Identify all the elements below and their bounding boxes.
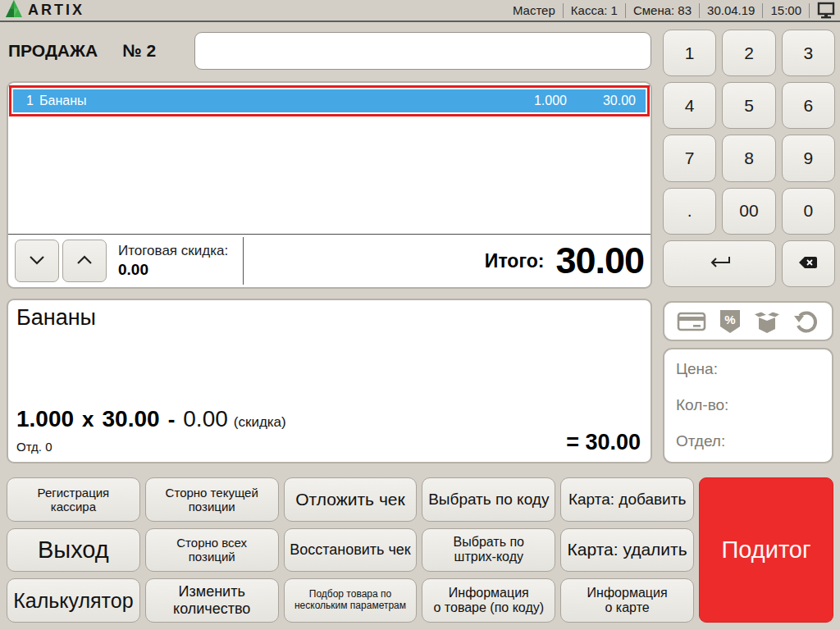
action-calculator[interactable]: Калькулятор xyxy=(7,578,140,623)
action-card-info[interactable]: Информация о карте xyxy=(560,578,694,623)
monitor-icon xyxy=(817,2,835,20)
detail-line-total: = 30.00 xyxy=(566,430,641,455)
total-discount-block: Итоговая скидка: 0.00 xyxy=(118,243,241,279)
divider xyxy=(625,3,626,18)
price-label: Цена: xyxy=(676,360,820,396)
divider xyxy=(699,3,700,18)
action-hold-receipt[interactable]: Отложить чек xyxy=(284,477,418,522)
total-discount-label: Итоговая скидка: xyxy=(118,243,241,259)
item-index: 1 xyxy=(13,94,39,108)
numpad-key-5[interactable]: 5 xyxy=(722,82,775,129)
item-name: Бананы xyxy=(39,94,501,108)
action-register-cashier[interactable]: Регистрация кассира xyxy=(7,477,140,522)
numpad-key-6[interactable]: 6 xyxy=(782,82,835,129)
numpad-key-7[interactable]: 7 xyxy=(663,135,716,181)
brand-name: ARTIX xyxy=(28,2,84,19)
action-void-all-lines[interactable]: Сторно всех позиций xyxy=(145,528,279,573)
receipt-item-row[interactable]: 1 Бананы 1.000 30.00 xyxy=(13,89,646,112)
entry-info-panel: Цена: Кол-во: Отдел: xyxy=(663,348,833,463)
action-product-info-by-code[interactable]: Информация о товаре (по коду) xyxy=(422,578,555,623)
department-label: Отдел: xyxy=(676,432,820,468)
backspace-icon xyxy=(798,253,818,273)
detail-department: Отд. 0 xyxy=(16,440,52,454)
receipt-footer: Итоговая скидка: 0.00 Итого: 30.00 xyxy=(8,234,651,287)
receipt-total-label: Итого: xyxy=(485,250,545,272)
divider xyxy=(762,3,763,18)
shift-number: Смена: 83 xyxy=(633,3,692,17)
numpad-key-8[interactable]: 8 xyxy=(722,135,775,181)
enter-arrow-icon xyxy=(705,253,733,273)
action-restore-receipt[interactable]: Восстановить чек xyxy=(284,528,418,573)
numpad-key-2[interactable]: 2 xyxy=(722,30,775,76)
numpad-enter-key[interactable] xyxy=(663,240,776,287)
numpad: 1 2 3 4 5 6 7 8 9 . 00 0 xyxy=(663,30,835,287)
scroll-down-button[interactable] xyxy=(15,240,59,282)
receipt-panel: 1 Бананы 1.000 30.00 Итоговая скидка: 0.… xyxy=(7,81,652,289)
item-quantity: 1.000 xyxy=(501,94,567,108)
product-box-icon[interactable] xyxy=(753,309,781,334)
numpad-key-4[interactable]: 4 xyxy=(663,82,716,129)
total-discount-value: 0.00 xyxy=(118,261,241,279)
action-change-quantity[interactable]: Изменить количество xyxy=(145,578,279,623)
action-select-by-barcode[interactable]: Выбрать по штрих-коду xyxy=(422,528,555,573)
action-card-add[interactable]: Карта: добавить xyxy=(560,477,694,522)
chevron-up-icon xyxy=(75,252,94,270)
item-detail-panel: Бананы 1.000 x 30.00 - 0.00 (скидка) Отд… xyxy=(7,299,652,463)
scroll-up-button[interactable] xyxy=(62,240,107,282)
current-date: 30.04.19 xyxy=(707,3,755,17)
top-bar: ARTIX Мастер Касса: 1 Смена: 83 30.04.19… xyxy=(0,0,840,22)
action-card-remove[interactable]: Карта: удалить xyxy=(560,528,694,573)
top-bar-status: Мастер Касса: 1 Смена: 83 30.04.19 15:00 xyxy=(513,2,835,20)
discount-percent-icon[interactable]: % xyxy=(719,309,742,334)
user-name: Мастер xyxy=(513,3,555,17)
actions-grid: Регистрация кассира Сторно текущей позиц… xyxy=(7,477,833,623)
receipt-total-block: Итого: 30.00 xyxy=(244,240,651,282)
numpad-key-3[interactable]: 3 xyxy=(782,30,835,76)
brand-logo: ARTIX xyxy=(5,0,84,21)
artix-triangle-icon xyxy=(5,0,23,21)
action-void-current-line[interactable]: Сторно текущей позиции xyxy=(145,477,279,522)
action-exit[interactable]: Выход xyxy=(7,528,140,573)
item-amount: 30.00 xyxy=(567,94,646,108)
numpad-backspace-key[interactable] xyxy=(782,240,835,287)
divider xyxy=(563,3,564,18)
detail-price: 30.00 xyxy=(103,406,160,432)
detail-quantity: 1.000 xyxy=(16,406,74,432)
receipt-total-value: 30.00 xyxy=(555,240,644,282)
action-select-by-code[interactable]: Выбрать по коду xyxy=(422,477,555,522)
numpad-key-dot[interactable]: . xyxy=(663,188,716,235)
detail-discount-caption: (скидка) xyxy=(234,414,286,431)
divider xyxy=(809,3,810,18)
current-time: 15:00 xyxy=(770,3,801,17)
detail-discount: 0.00 xyxy=(183,406,228,432)
numpad-key-9[interactable]: 9 xyxy=(782,135,835,181)
quantity-label: Кол-во: xyxy=(676,396,820,432)
sale-title: ПРОДАЖА xyxy=(8,41,98,61)
scan-input[interactable] xyxy=(194,32,651,70)
numpad-key-0[interactable]: 0 xyxy=(782,188,835,235)
action-product-search-by-params[interactable]: Подбор товара по нескольким параметрам xyxy=(284,578,418,623)
minus-sign: - xyxy=(168,407,176,432)
undo-icon[interactable] xyxy=(793,309,819,334)
svg-text:%: % xyxy=(724,313,735,326)
numpad-key-00[interactable]: 00 xyxy=(722,188,775,235)
selected-row-frame: 1 Бананы 1.000 30.00 xyxy=(9,85,650,116)
chevron-down-icon xyxy=(28,252,46,270)
register-number: Касса: 1 xyxy=(571,3,618,17)
multiply-sign: x xyxy=(82,407,94,432)
pos-screen: ARTIX Мастер Касса: 1 Смена: 83 30.04.19… xyxy=(0,0,840,630)
numpad-key-1[interactable]: 1 xyxy=(663,30,716,76)
payment-card-icon[interactable] xyxy=(677,310,706,333)
subtotal-button[interactable]: Подитог xyxy=(699,477,833,623)
receipt-number: № 2 xyxy=(122,41,156,61)
tools-panel: % xyxy=(663,301,833,341)
sale-header: ПРОДАЖА № 2 xyxy=(8,32,156,70)
detail-item-name: Бананы xyxy=(8,300,651,331)
detail-calculation: 1.000 x 30.00 - 0.00 (скидка) xyxy=(16,406,286,432)
